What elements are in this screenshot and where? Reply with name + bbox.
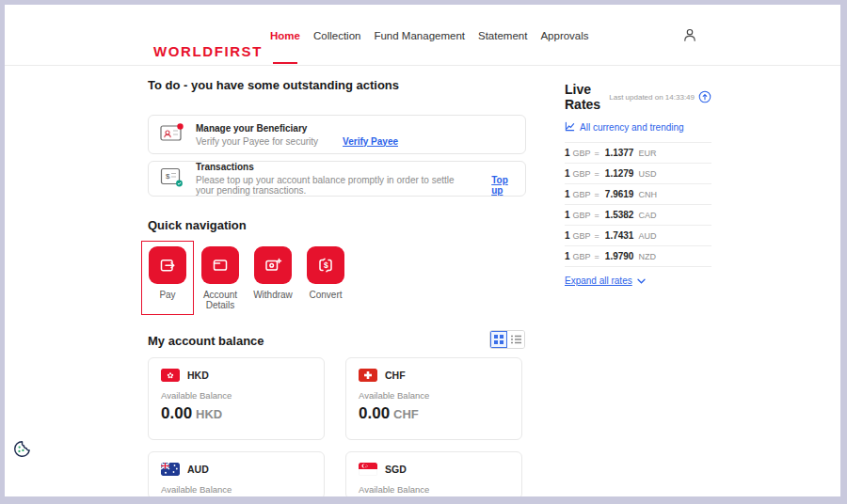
rate-quote-code: USD: [638, 169, 656, 179]
todo-card-subtext: Please top up your account balance promp…: [196, 175, 467, 196]
available-balance-label: Available Balance: [161, 484, 312, 495]
main-content: To do - you have some outstanding action…: [148, 78, 526, 496]
balance-card-aud[interactable]: AUD Available Balance 1.85AUD: [148, 451, 325, 496]
balance-currency: HKD: [196, 407, 222, 421]
hong-kong-flag: [161, 369, 180, 382]
rate-base-code: GBP: [573, 149, 591, 158]
rate-quote-code: AUD: [638, 231, 656, 241]
todo-card-title: Transactions: [196, 162, 514, 172]
all-currency-link-label: All currency and trending: [580, 122, 684, 133]
rate-base-amount: 1: [565, 251, 570, 261]
rate-row-usd: 1GBP=1.1279USD: [565, 164, 711, 184]
rate-base-amount: 1: [565, 210, 570, 220]
rate-quote-code: NZD: [638, 252, 656, 261]
available-balance-label: Available Balance: [161, 390, 312, 401]
nav-item-home[interactable]: Home: [270, 5, 300, 66]
grid-view-icon[interactable]: [490, 331, 507, 348]
rate-base-amount: 1: [565, 148, 570, 158]
rate-quote-code: CAD: [638, 211, 656, 220]
rate-row-cnh: 1GBP=7.9619CNH: [565, 184, 711, 205]
cookie-icon[interactable]: [13, 440, 31, 462]
rate-base-code: GBP: [573, 211, 591, 220]
trend-chart-icon: [565, 121, 575, 134]
nav-item-statement[interactable]: Statement: [478, 5, 527, 66]
rate-base-amount: 1: [565, 189, 570, 199]
quick-nav-title: Quick navigation: [148, 218, 526, 232]
list-view-icon[interactable]: [507, 331, 524, 348]
rate-equals: =: [595, 211, 599, 220]
rate-value: 1.1279: [605, 168, 634, 179]
quick-nav-convert[interactable]: $ Convert: [299, 241, 352, 315]
rate-base-amount: 1: [565, 168, 570, 179]
balance-card-sgd[interactable]: SGD Available Balance 0.98SGD: [345, 451, 522, 496]
quick-nav-label: Pay: [143, 290, 192, 300]
rate-base-code: GBP: [573, 231, 591, 241]
svg-text:$: $: [324, 260, 328, 270]
currency-code: SGD: [385, 464, 407, 475]
rate-equals: =: [595, 252, 599, 261]
rate-quote-code: EUR: [638, 149, 656, 158]
quick-nav-row: Pay Account Details: [141, 241, 526, 315]
refresh-icon[interactable]: [698, 90, 711, 103]
balance-card-hkd[interactable]: HKD Available Balance 0.00HKD: [148, 357, 325, 440]
top-up-link[interactable]: Top up: [491, 175, 514, 196]
rate-value: 1.9790: [605, 251, 634, 261]
balance-grid: HKD Available Balance 0.00HKD CHF Availa…: [148, 357, 526, 496]
balance-currency: CHF: [393, 407, 419, 421]
todo-section-title: To do - you have some outstanding action…: [148, 78, 526, 92]
balance-amount: 0.00: [359, 404, 390, 422]
top-navigation-bar: WORLDFIRST Home Collection Fund Manageme…: [5, 5, 840, 66]
balance-title: My account balance: [148, 334, 264, 348]
quick-nav-pay[interactable]: Pay: [141, 241, 194, 315]
todo-card-text: Manage your Beneficiary Verify your Paye…: [196, 123, 398, 147]
todo-card-transactions[interactable]: $ Transactions Please top up your accoun…: [148, 161, 526, 197]
rate-equals: =: [595, 149, 599, 158]
quick-nav-label: Account Details: [196, 290, 245, 310]
singapore-flag: [359, 463, 377, 476]
nav-item-fund-management[interactable]: Fund Management: [374, 5, 465, 66]
withdraw-icon: [254, 246, 292, 284]
nav-item-approvals[interactable]: Approvals: [540, 5, 588, 66]
australia-flag: [161, 463, 180, 476]
rate-value: 1.5382: [605, 210, 634, 220]
last-updated-text: Last updated on 14:33:49: [609, 93, 695, 102]
pay-icon: [149, 246, 186, 284]
rate-list: 1GBP=1.1377EUR 1GBP=1.1279USD 1GBP=7.961…: [565, 142, 711, 267]
expand-all-rates-link[interactable]: Expand all rates: [565, 276, 711, 286]
balance-amount: 0.00: [161, 404, 192, 422]
todo-card-beneficiary[interactable]: Manage your Beneficiary Verify your Paye…: [148, 115, 526, 154]
live-rates-panel: Live Rates Last updated on 14:33:49 All …: [565, 82, 711, 286]
currency-code: HKD: [187, 370, 209, 381]
transactions-icon: $: [160, 166, 186, 192]
quick-nav-account-details[interactable]: Account Details: [194, 241, 247, 315]
quick-nav-withdraw[interactable]: Withdraw: [247, 241, 299, 315]
verify-payee-link[interactable]: Verify Payee: [343, 136, 398, 147]
rate-row-aud: 1GBP=1.7431AUD: [565, 226, 711, 246]
nav-item-collection[interactable]: Collection: [313, 5, 361, 66]
rate-equals: =: [595, 169, 599, 179]
account-details-icon: [201, 246, 239, 284]
view-toggle: [489, 330, 525, 349]
app-window: WORLDFIRST Home Collection Fund Manageme…: [5, 5, 840, 496]
main-nav: Home Collection Fund Management Statemen…: [270, 5, 589, 66]
balance-card-chf[interactable]: CHF Available Balance 0.00CHF: [345, 357, 522, 440]
balance-header: My account balance: [148, 330, 526, 349]
worldfirst-logo: WORLDFIRST: [153, 43, 263, 59]
switzerland-flag: [359, 369, 377, 382]
all-currency-link[interactable]: All currency and trending: [565, 121, 711, 134]
todo-card-title: Manage your Beneficiary: [196, 123, 398, 134]
rate-base-code: GBP: [573, 252, 591, 261]
person-icon[interactable]: [682, 27, 697, 47]
rate-base-code: GBP: [573, 190, 591, 199]
available-balance-label: Available Balance: [359, 390, 509, 401]
expand-all-rates-label: Expand all rates: [565, 276, 632, 286]
rate-quote-code: CNH: [638, 190, 657, 199]
available-balance-label: Available Balance: [359, 484, 509, 495]
live-rates-title: Live Rates: [565, 82, 601, 112]
currency-code: CHF: [385, 370, 406, 381]
rate-base-amount: 1: [565, 230, 570, 241]
rate-row-nzd: 1GBP=1.9790NZD: [565, 246, 711, 267]
todo-card-text: Transactions Please top up your account …: [196, 162, 514, 196]
rate-value: 7.9619: [605, 189, 634, 199]
rate-value: 1.7431: [605, 230, 634, 241]
